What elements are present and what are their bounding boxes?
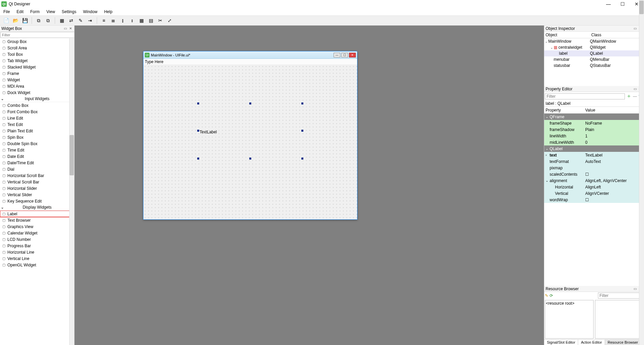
widgetbox-category[interactable]: ⌄Display Widgets — [0, 204, 74, 211]
menu-settings[interactable]: Settings — [61, 9, 77, 15]
float-panel-icon[interactable]: ▭ — [633, 87, 637, 91]
float-panel-icon[interactable]: ▭ — [633, 287, 637, 291]
toolbar-layoutsplith-icon[interactable]: ⫿ — [119, 16, 127, 25]
property-row[interactable]: scaledContents☐ — [544, 171, 644, 177]
property-row[interactable]: frameShapeNoFrame — [544, 120, 644, 126]
toolbar-bringfront-icon[interactable]: ⧉ — [44, 16, 52, 25]
edit-resource-icon[interactable]: ✎ — [545, 293, 548, 298]
oi-col-class[interactable]: Class — [590, 33, 644, 37]
widgetbox-item[interactable]: ▢Calendar Widget — [0, 230, 74, 236]
chevron-down-icon[interactable]: ⌄ — [1, 96, 4, 101]
widgetbox-item[interactable]: ▢Vertical Scroll Bar — [0, 179, 74, 185]
toolbar-editwidgets-icon[interactable]: ▦ — [58, 16, 66, 25]
pe-col-value[interactable]: Value — [584, 108, 644, 113]
widgetbox-item[interactable]: ▢Progress Bar — [0, 243, 74, 249]
menu-file[interactable]: File — [3, 9, 10, 15]
property-value[interactable]: 1 — [584, 134, 644, 138]
widgetbox-item[interactable]: ▢OpenGL Widget — [0, 262, 74, 268]
property-row[interactable]: HorizontalAlignLeft — [544, 184, 644, 190]
toolbar-edittabs-icon[interactable]: ⇥ — [86, 16, 94, 25]
menu-view[interactable]: View — [46, 9, 56, 15]
oi-columns[interactable]: Object Class — [544, 32, 644, 38]
property-value[interactable]: AlignLeft — [584, 185, 644, 189]
property-filter-input[interactable] — [545, 93, 625, 99]
oi-row[interactable]: ⌄▦ centralwidgetQWidget — [544, 44, 644, 50]
resize-handle-sw[interactable] — [197, 158, 199, 160]
toolbar-new-icon[interactable]: 📄 — [2, 16, 10, 25]
property-columns[interactable]: Property Value — [544, 107, 644, 114]
property-row[interactable]: pixmap — [544, 165, 644, 171]
widgetbox-item[interactable]: ▢Group Box — [0, 38, 74, 45]
widgetbox-item[interactable]: ▢MDI Area — [0, 83, 74, 89]
form-menubar[interactable]: Type Here — [143, 59, 357, 65]
toolbar-layoutsplitv-icon[interactable]: ⫾ — [128, 16, 136, 25]
widgetbox-item[interactable]: ▢Time Edit — [0, 147, 74, 153]
object-inspector-body[interactable]: Object Class ⌄MainWindowQMainWindow⌄▦ ce… — [544, 32, 644, 86]
widgetbox-item[interactable]: ▢Horizontal Scroll Bar — [0, 172, 74, 179]
toolbar-save-icon[interactable]: 💾 — [21, 16, 29, 25]
form-window[interactable]: Qt MainWindow - UIFile.ui* — ☐ ✕ Type He… — [143, 51, 357, 220]
form-close-icon[interactable]: ✕ — [349, 53, 356, 57]
widgetbox-item[interactable]: ▢Scroll Area — [0, 45, 74, 51]
float-panel-icon[interactable]: ▭ — [63, 27, 68, 30]
tab-resource-browser[interactable]: Resource Browser — [605, 340, 641, 345]
form-menu-placeholder[interactable]: Type Here — [145, 59, 163, 64]
oi-row[interactable]: labelQLabel — [544, 50, 644, 56]
toolbar-open-icon[interactable]: 📂 — [11, 16, 19, 25]
widgetbox-item[interactable]: ▢Tool Box — [0, 51, 74, 57]
widgetbox-category[interactable]: ⌄Input Widgets — [0, 96, 74, 102]
property-value[interactable]: AlignLeft, AlignVCenter — [584, 178, 644, 183]
property-row[interactable]: wordWrap☐ — [544, 197, 644, 203]
oi-col-object[interactable]: Object — [544, 33, 590, 37]
pe-col-property[interactable]: Property — [544, 108, 584, 113]
widgetbox-item[interactable]: ▢Plain Text Edit — [0, 128, 74, 134]
menu-window[interactable]: Window — [82, 9, 98, 15]
resize-handle-ne[interactable] — [301, 102, 303, 104]
toolbar-layoutv-icon[interactable]: ≣ — [109, 16, 117, 25]
resize-handle-n[interactable] — [249, 102, 251, 104]
widgetbox-item[interactable]: ▢Horizontal Slider — [0, 185, 74, 191]
resource-tree-pane[interactable]: <resource root> — [545, 300, 594, 339]
widgetbox-item[interactable]: ▢Date Edit — [0, 153, 74, 160]
property-row[interactable]: midLineWidth0 — [544, 139, 644, 145]
property-row[interactable]: textFormatAutoText — [544, 158, 644, 165]
resize-handle-w[interactable] — [197, 130, 199, 132]
property-value[interactable]: AlignVCenter — [584, 191, 644, 196]
widgetbox-item[interactable]: ▢Line Edit — [0, 115, 74, 121]
widgetbox-scrollbar-thumb[interactable] — [70, 135, 74, 175]
property-value[interactable]: NoFrame — [584, 121, 644, 126]
toolbar-layouth-icon[interactable]: ≡ — [100, 16, 108, 25]
tab-action-editor[interactable]: Action Editor — [578, 340, 605, 345]
reload-resource-icon[interactable]: ⟳ — [550, 293, 553, 298]
tab-signal-slot[interactable]: Signal/Slot Editor — [544, 340, 578, 345]
canvas-area[interactable]: Qt MainWindow - UIFile.ui* — ☐ ✕ Type He… — [75, 26, 544, 345]
expand-icon[interactable]: › — [544, 153, 548, 157]
widgetbox-item[interactable]: ▢Widget — [0, 77, 74, 83]
widgetbox-item[interactable]: ▢Date/Time Edit — [0, 160, 74, 166]
float-panel-icon[interactable]: ▭ — [633, 27, 637, 30]
widgetbox-item[interactable]: ▢Font Combo Box — [0, 109, 74, 115]
resource-filter-input[interactable] — [598, 293, 644, 299]
property-row[interactable]: VerticalAlignVCenter — [544, 190, 644, 197]
property-row[interactable]: ›textTextLabel — [544, 152, 644, 158]
property-row[interactable]: ⌄QLabel — [544, 145, 644, 152]
property-row[interactable]: ⌄QFrame — [544, 114, 644, 120]
property-value[interactable]: TextLabel — [584, 153, 644, 158]
widgetbox-item[interactable]: ▢Dock Widget — [0, 89, 74, 96]
maximize-button[interactable]: ☐ — [618, 1, 627, 7]
property-row[interactable]: frameShadowPlain — [544, 126, 644, 133]
add-dynamic-property-icon[interactable]: ＋ — [626, 93, 632, 100]
widgetbox-item[interactable]: ▢Graphics View — [0, 223, 74, 230]
resource-preview-pane[interactable] — [595, 300, 644, 339]
widgetbox-item[interactable]: ▢LCD Number — [0, 236, 74, 243]
widgetbox-item[interactable]: ▢Frame — [0, 70, 74, 77]
toolbar-adjustsize-icon[interactable]: ⤢ — [166, 16, 174, 25]
toolbar-editsignals-icon[interactable]: ⇄ — [67, 16, 75, 25]
widgetbox-filter-input[interactable] — [0, 32, 75, 38]
form-titlebar[interactable]: Qt MainWindow - UIFile.ui* — ☐ ✕ — [143, 51, 357, 59]
widgetbox-item[interactable]: ▢Tab Widget — [0, 57, 74, 64]
widgetbox-item[interactable]: ▢Vertical Slider — [0, 191, 74, 198]
resize-handle-nw[interactable] — [197, 102, 199, 104]
property-scrollbar[interactable] — [639, 114, 644, 286]
widgetbox-item[interactable]: ▢Text Browser — [0, 217, 74, 223]
